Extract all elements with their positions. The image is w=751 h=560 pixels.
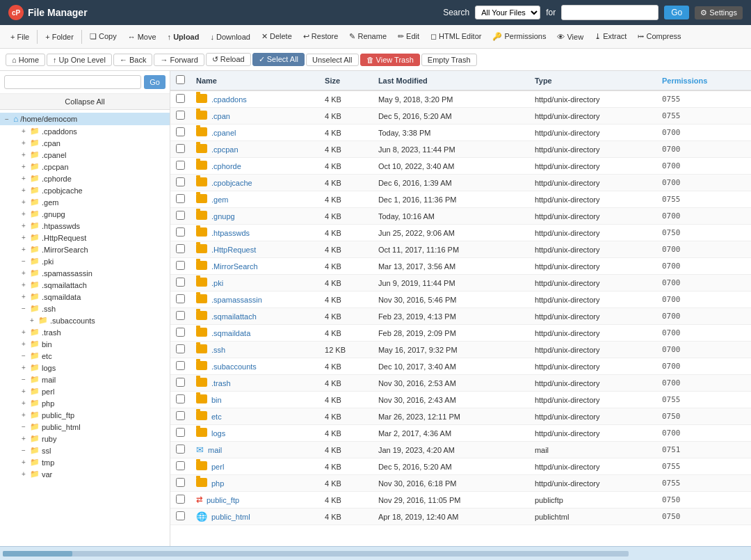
back-button[interactable]: ← Back: [113, 54, 153, 66]
row-checkbox[interactable]: [176, 94, 185, 103]
tree-item[interactable]: +📁.htpasswds: [11, 220, 170, 232]
row-name-label[interactable]: etc: [211, 413, 222, 421]
col-type[interactable]: Type: [529, 71, 656, 90]
row-name-label[interactable]: .cpobjcache: [211, 179, 252, 187]
table-row[interactable]: .gem4 KBDec 1, 2016, 11:36 PMhttpd/unix-…: [170, 191, 751, 208]
table-row[interactable]: .trash4 KBNov 30, 2016, 2:53 AMhttpd/uni…: [170, 375, 751, 392]
table-row[interactable]: .gnupg4 KBToday, 10:16 AMhttpd/unix-dire…: [170, 208, 751, 225]
table-row[interactable]: ✉mail4 KBJan 19, 2023, 4:20 AMmail0751: [170, 442, 751, 458]
row-checkbox[interactable]: [176, 361, 185, 370]
row-name-label[interactable]: logs: [211, 429, 225, 438]
row-checkbox[interactable]: [176, 461, 185, 470]
table-row[interactable]: .spamassassin4 KBNov 30, 2016, 5:46 PMht…: [170, 291, 751, 308]
table-row[interactable]: .cpanel4 KBToday, 3:38 PMhttpd/unix-dire…: [170, 125, 751, 141]
row-name-label[interactable]: .gem: [211, 195, 228, 204]
table-row[interactable]: .htpasswds4 KBJun 25, 2022, 9:06 AMhttpd…: [170, 225, 751, 241]
col-name[interactable]: Name: [191, 71, 319, 90]
table-row[interactable]: .cpobjcache4 KBDec 6, 2016, 1:39 AMhttpd…: [170, 175, 751, 191]
table-row[interactable]: etc4 KBMar 26, 2023, 12:11 PMhttpd/unix-…: [170, 408, 751, 425]
table-row[interactable]: .cpaddons4 KBMay 9, 2018, 3:20 PMhttpd/u…: [170, 90, 751, 108]
tree-item[interactable]: −📁ssl: [11, 445, 170, 456]
new-file-button[interactable]: + File: [6, 31, 34, 43]
up-one-level-button[interactable]: ↑ Up One Level: [47, 54, 112, 66]
tree-item[interactable]: +📁.cpcpan: [11, 161, 170, 173]
tree-item[interactable]: +📁.gem: [11, 196, 170, 208]
row-checkbox[interactable]: [176, 378, 185, 387]
go-button[interactable]: Go: [664, 6, 689, 19]
col-size[interactable]: Size: [319, 71, 373, 90]
move-button[interactable]: ↔ Move: [123, 31, 161, 43]
tree-item[interactable]: +📁.spamassassin: [11, 267, 170, 279]
row-name-label[interactable]: .htpasswds: [211, 229, 250, 237]
tree-item[interactable]: +📁tmp: [11, 456, 170, 468]
row-checkbox[interactable]: [176, 411, 185, 420]
row-name-label[interactable]: bin: [211, 396, 222, 404]
download-button[interactable]: ↓ Download: [205, 31, 255, 43]
tree-item[interactable]: −📁.ssh: [11, 303, 170, 314]
view-trash-button[interactable]: 🗑 View Trash: [360, 54, 420, 66]
row-name-label[interactable]: mail: [208, 446, 222, 454]
tree-item[interactable]: +📁ruby: [11, 433, 170, 445]
row-name-label[interactable]: .ssh: [211, 346, 225, 354]
tree-root[interactable]: − ⌂ /home/democom: [0, 113, 170, 125]
row-name-label[interactable]: php: [211, 479, 224, 488]
row-checkbox[interactable]: [176, 311, 185, 320]
tree-item[interactable]: +📁.cphorde: [11, 173, 170, 184]
table-row[interactable]: ⇄public_ftp4 KBNov 29, 2016, 11:05 PMpub…: [170, 492, 751, 509]
row-checkbox[interactable]: [176, 278, 185, 287]
table-row[interactable]: .cpcpan4 KBJun 8, 2023, 11:44 PMhttpd/un…: [170, 141, 751, 158]
row-name-label[interactable]: .sqmailattach: [211, 312, 257, 321]
sidebar-search-input[interactable]: [4, 75, 141, 89]
tree-item[interactable]: +📁.subaccounts: [11, 314, 170, 326]
row-name-label[interactable]: .cpanel: [211, 129, 236, 137]
row-checkbox[interactable]: [176, 211, 185, 220]
tree-item[interactable]: −📁public_html: [11, 421, 170, 433]
row-checkbox[interactable]: [176, 478, 185, 487]
tree-item[interactable]: +📁.cpanel: [11, 149, 170, 161]
html-editor-button[interactable]: ◻ HTML Editor: [426, 30, 486, 43]
col-permissions[interactable]: Permissions: [656, 71, 751, 90]
row-checkbox[interactable]: [176, 511, 185, 520]
tree-item[interactable]: +📁perl: [11, 385, 170, 397]
new-folder-button[interactable]: + Folder: [40, 31, 79, 43]
settings-button[interactable]: ⚙ Settings: [695, 6, 743, 19]
view-button[interactable]: 👁 View: [552, 31, 588, 43]
table-row[interactable]: perl4 KBDec 5, 2016, 5:20 AMhttpd/unix-d…: [170, 458, 751, 475]
tree-item[interactable]: +📁.sqmaildata: [11, 291, 170, 303]
table-row[interactable]: bin4 KBNov 30, 2016, 2:43 AMhttpd/unix-d…: [170, 392, 751, 408]
table-row[interactable]: .MirrorSearch4 KBMar 13, 2017, 3:56 AMht…: [170, 258, 751, 275]
table-row[interactable]: .sqmaildata4 KBFeb 28, 2019, 2:09 PMhttp…: [170, 325, 751, 342]
tree-item[interactable]: +📁.MirrorSearch: [11, 243, 170, 255]
row-name-label[interactable]: .cpaddons: [211, 95, 247, 104]
row-name-label[interactable]: perl: [211, 463, 224, 471]
tree-item[interactable]: +📁.trash: [11, 326, 170, 338]
table-row[interactable]: .cphorde4 KBOct 10, 2022, 3:40 AMhttpd/u…: [170, 158, 751, 175]
row-name-label[interactable]: public_ftp: [207, 496, 239, 504]
home-button[interactable]: ⌂ Home: [6, 54, 45, 66]
row-name-label[interactable]: .HttpRequest: [211, 246, 256, 254]
tree-item[interactable]: +📁.sqmailattach: [11, 279, 170, 291]
edit-button[interactable]: ✏ Edit: [393, 30, 424, 43]
row-checkbox[interactable]: [176, 177, 185, 186]
table-row[interactable]: .sqmailattach4 KBFeb 23, 2019, 4:13 PMht…: [170, 308, 751, 325]
tree-item[interactable]: +📁php: [11, 397, 170, 409]
table-row[interactable]: logs4 KBMar 2, 2017, 4:36 AMhttpd/unix-d…: [170, 425, 751, 442]
row-checkbox[interactable]: [176, 445, 185, 454]
row-name-label[interactable]: .spamassassin: [211, 296, 262, 304]
row-checkbox[interactable]: [176, 194, 185, 203]
extract-button[interactable]: ⤓ Extract: [590, 30, 631, 43]
permissions-button[interactable]: 🔑 Permissions: [487, 30, 551, 43]
tree-item[interactable]: +📁.HttpRequest: [11, 232, 170, 243]
table-row[interactable]: .ssh12 KBMay 16, 2017, 9:32 PMhttpd/unix…: [170, 342, 751, 358]
rename-button[interactable]: ✎ Rename: [344, 30, 391, 43]
table-row[interactable]: .pki4 KBJun 9, 2019, 11:44 PMhttpd/unix-…: [170, 275, 751, 291]
row-checkbox[interactable]: [176, 227, 185, 237]
row-checkbox[interactable]: [176, 144, 185, 153]
row-name-label[interactable]: .cpcpan: [211, 145, 239, 154]
row-checkbox[interactable]: [176, 294, 185, 303]
upload-button[interactable]: ↑ Upload: [163, 31, 204, 43]
row-name-label[interactable]: .pki: [211, 279, 223, 287]
compress-button[interactable]: ⤠ Compress: [633, 30, 686, 43]
empty-trash-button[interactable]: Empty Trash: [421, 54, 477, 66]
tree-item[interactable]: +📁var: [11, 468, 170, 480]
